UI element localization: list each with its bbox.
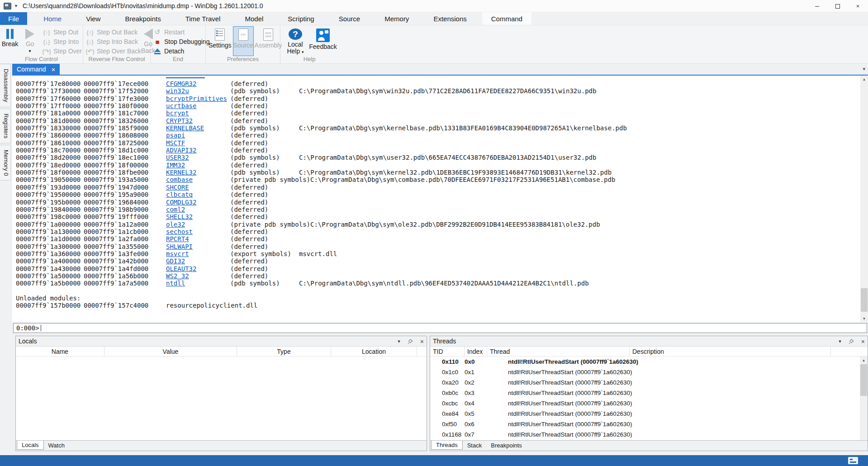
threads-tab-threads[interactable]: Threads (431, 441, 463, 450)
threads-scrollbar-thumb[interactable] (860, 364, 867, 396)
thread-row[interactable]: 0x1c00x1ntdll!RtlUserThreadStart (00007f… (430, 367, 868, 377)
ribbon-tab-extensions[interactable]: Extensions (424, 12, 475, 25)
ribbon-tab-home[interactable]: Home (34, 12, 71, 25)
tab-list-dropdown-icon[interactable]: ▾ (863, 66, 865, 72)
threads-tab-breakpoints[interactable]: Breakpoints (486, 441, 526, 450)
minimize-button[interactable]: ─ (807, 0, 827, 12)
thread-row[interactable]: 0xb0c0x3ntdll!RtlUserThreadStart (00007f… (430, 388, 868, 398)
module-link[interactable]: KERNEL32 (166, 169, 196, 176)
ribbon-tab-time-travel[interactable]: Time Travel (176, 12, 230, 25)
thread-row[interactable]: 0x1100x0ntdll!RtlUserThreadStart (00007f… (430, 357, 868, 367)
threads-panel-header[interactable]: Threads ▾ × (430, 336, 868, 347)
thread-row[interactable]: 0x11680x7ntdll!RtlUserThreadStart (00007… (430, 429, 868, 440)
threads-close-icon[interactable]: × (861, 338, 865, 345)
step-over-button[interactable]: {↷}Step Over (42, 47, 82, 56)
locals-panel-header[interactable]: Locals ▾ × (16, 336, 427, 347)
ribbon-tab-source[interactable]: Source (330, 12, 370, 25)
settings-button[interactable]: Settings (209, 27, 232, 56)
module-link[interactable]: GDI32 (166, 257, 185, 265)
module-link[interactable]: KERNELBASE (166, 124, 204, 132)
module-link[interactable]: bcrypt (166, 109, 189, 117)
locals-column-name[interactable]: Name (16, 347, 104, 356)
ribbon-tab-view[interactable]: View (77, 12, 109, 25)
scroll-down-icon[interactable]: ▼ (860, 315, 868, 322)
step-over-back-button[interactable]: {↶}Step Over Back (85, 47, 141, 56)
close-button[interactable]: × (848, 0, 868, 12)
thread-row[interactable]: 0xe840x5ntdll!RtlUserThreadStart (00007f… (430, 409, 868, 419)
threads-column-index[interactable]: Index (465, 347, 487, 356)
module-link[interactable]: msvcrt (166, 250, 189, 257)
break-button[interactable]: Break (0, 27, 20, 56)
locals-column-location[interactable]: Location (331, 347, 417, 356)
module-link[interactable]: USER32 (166, 154, 189, 161)
step-into-button[interactable]: {↓}Step Into (42, 37, 82, 46)
thread-row[interactable]: 0xcbc0x4ntdll!RtlUserThreadStart (00007f… (430, 398, 868, 409)
thread-row[interactable]: 0xf500x6ntdll!RtlUserThreadStart (00007f… (430, 419, 868, 429)
threads-column-description[interactable]: Description (630, 347, 831, 356)
sidebar-tab-memory-0[interactable]: Memory 0 (0, 145, 11, 181)
step-out-back-button[interactable]: {↑}Step Out Back (85, 28, 141, 37)
module-link[interactable]: clbcatq (166, 191, 193, 198)
scrollbar-thumb[interactable] (861, 288, 868, 312)
locals-tab-watch[interactable]: Watch (44, 441, 69, 450)
detach-button[interactable]: Detach (152, 47, 209, 56)
command-scrollbar[interactable]: ▲ ▼ (860, 76, 868, 322)
step-into-back-button[interactable]: {↓}Step Into Back (85, 37, 141, 46)
source-button[interactable]: </> Source (233, 27, 253, 56)
threads-column-thread[interactable]: Thread (487, 347, 630, 356)
threads-scrollbar[interactable]: ▲ (860, 357, 868, 440)
sidebar-tab-disassembly[interactable]: Disassembly (0, 64, 11, 107)
module-link[interactable]: SHLWAPI (166, 243, 193, 250)
module-link[interactable]: psapi (166, 132, 185, 139)
module-link[interactable]: MSCTF (166, 139, 185, 147)
threads-body[interactable]: 0x1100x0ntdll!RtlUserThreadStart (00007f… (430, 357, 868, 440)
module-link[interactable]: RPCRT4 (166, 235, 189, 243)
module-link[interactable]: ntdll (166, 280, 185, 287)
assembly-button[interactable]: 0101 1010 Assembly (255, 27, 281, 56)
locals-tab-locals[interactable]: Locals (17, 441, 44, 450)
go-button[interactable]: Go ▾ (20, 27, 40, 56)
locals-body[interactable] (16, 357, 427, 440)
module-link[interactable]: SHCORE (166, 184, 189, 191)
ribbon-tab-scripting[interactable]: Scripting (279, 12, 323, 25)
threads-column-header[interactable]: TIDIndexThreadDescription (430, 347, 868, 357)
thread-row[interactable]: 0xa200x2ntdll!RtlUserThreadStart (00007f… (430, 377, 868, 388)
go-dropdown-icon[interactable]: ▾ (28, 48, 31, 53)
threads-scroll-up-icon[interactable]: ▲ (860, 357, 868, 364)
module-link[interactable]: OLEAUT32 (166, 265, 196, 272)
tab-command[interactable]: Command × (12, 64, 60, 75)
module-link[interactable]: ole32 (166, 221, 185, 228)
scroll-up-icon[interactable]: ▲ (860, 76, 868, 83)
feedback-button[interactable]: Feedback (310, 27, 336, 56)
command-input[interactable]: 0:000> (13, 323, 867, 333)
module-link[interactable]: coml2 (166, 206, 185, 213)
ribbon-tab-command[interactable]: Command (482, 12, 531, 25)
command-output[interactable]: 00007ff9`17e8000000007ff9`17ece000CFGMGR… (12, 76, 860, 322)
module-link[interactable]: COMDLG32 (166, 199, 196, 206)
ribbon-tab-memory[interactable]: Memory (375, 12, 418, 25)
module-link[interactable]: win32u (166, 87, 189, 95)
module-link[interactable]: bcryptPrimitives (166, 95, 227, 102)
stop-debugging-button[interactable]: ■Stop Debugging (152, 37, 209, 46)
thread-row[interactable]: 0x116c0x8ntdll!RtlUserThreadStart (00007… (430, 440, 868, 440)
local-help-button[interactable]: ? Local Help ▾ (284, 27, 307, 56)
locals-column-value[interactable]: Value (104, 347, 237, 356)
module-link[interactable]: WS2_32 (166, 272, 189, 280)
threads-dropdown-icon[interactable]: ▾ (839, 338, 841, 344)
module-link[interactable]: ucrtbase (166, 102, 196, 109)
module-link[interactable]: combase (166, 176, 193, 183)
tab-close-icon[interactable]: × (52, 66, 56, 73)
module-link[interactable]: sechost (166, 228, 193, 235)
locals-dropdown-icon[interactable]: ▾ (398, 338, 400, 344)
module-link[interactable]: SHELL32 (166, 213, 193, 220)
locals-column-type[interactable]: Type (237, 347, 331, 356)
locals-column-header[interactable]: NameValueTypeLocation (16, 347, 427, 357)
module-link[interactable]: IMM32 (166, 162, 185, 169)
ribbon-tab-breakpoints[interactable]: Breakpoints (116, 12, 170, 25)
module-link[interactable]: CFGMGR32 (166, 80, 196, 87)
ribbon-tab-file[interactable]: File (0, 12, 27, 25)
status-keyboard-icon[interactable] (848, 457, 858, 464)
threads-pin-icon[interactable] (849, 339, 854, 344)
quick-access-caret-icon[interactable]: ▼ (14, 4, 18, 8)
threads-tab-stack[interactable]: Stack (463, 441, 487, 450)
